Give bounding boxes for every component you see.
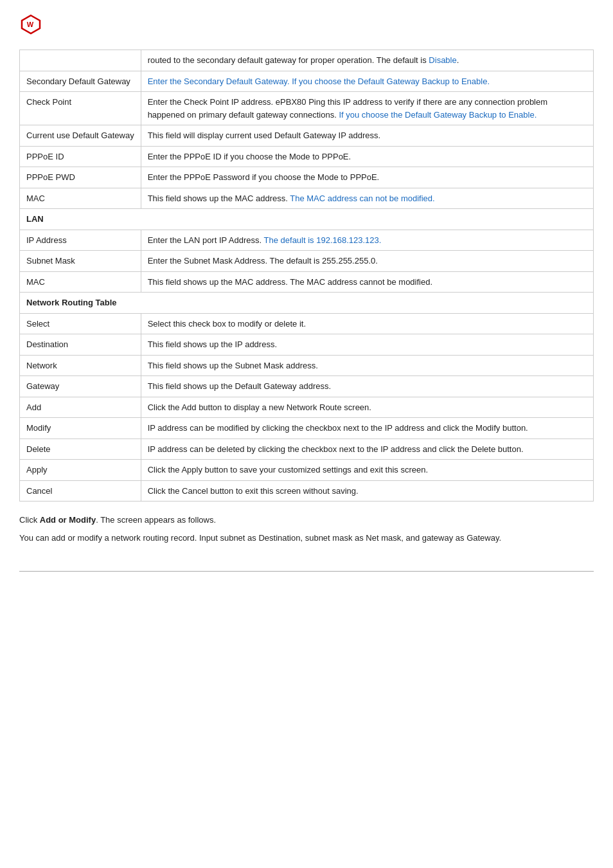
normal-text: Enter the PPPoE ID if you choose the Mod…	[148, 152, 351, 161]
normal-text: This field shows up the MAC address.	[148, 194, 290, 203]
table-row-content: Enter the PPPoE Password if you choose t…	[141, 167, 593, 188]
main-table: routed to the secondary default gateway …	[19, 50, 594, 502]
table-row-content: IP address can be modified by clicking t…	[141, 418, 593, 439]
table-row-content: Select this check box to modify or delet…	[141, 313, 593, 334]
table-row-content: Click the Add button to display a new Ne…	[141, 397, 593, 418]
normal-text: Select this check box to modify or delet…	[148, 319, 306, 329]
table-row-content: This field shows up the Subnet Mask addr…	[141, 355, 593, 376]
blue-text: Enter the Secondary Default Gateway. If …	[148, 77, 490, 86]
table-row-content: This field shows up the MAC address. The…	[141, 188, 593, 209]
blue-text: If you choose the Default Gateway Backup…	[339, 110, 537, 120]
normal-text: You can add or modify a network routing …	[19, 533, 501, 543]
blue-text: The default is 192.168.123.123.	[264, 235, 382, 245]
logo: W	[19, 13, 45, 36]
normal-text: Click the Cancel button to exit this scr…	[148, 486, 359, 496]
normal-text: This field shows up the Subnet Mask addr…	[148, 361, 318, 370]
logo-area: W	[19, 13, 594, 38]
bottom-paragraph: Click Add or Modify. The screen appears …	[19, 513, 594, 527]
table-row-content: Click the Cancel button to exit this scr…	[141, 480, 593, 502]
table-row-content: Enter the Check Point IP address. ePBX80…	[141, 92, 593, 125]
normal-text: Enter the Subnet Mask Address. The defau…	[148, 256, 378, 266]
table-row-content: This field shows up the Default Gateway …	[141, 376, 593, 397]
table-row-label: Add	[20, 397, 141, 418]
table-row-label: PPPoE PWD	[20, 167, 141, 188]
normal-text: Click the Add button to display a new Ne…	[148, 402, 371, 412]
normal-text: This field will display current used Def…	[148, 131, 380, 140]
table-row-content: Enter the Subnet Mask Address. The defau…	[141, 251, 593, 272]
bottom-divider	[19, 571, 594, 572]
table-row-label: Gateway	[20, 376, 141, 397]
table-row-label: IP Address	[20, 230, 141, 251]
normal-text: IP address can be modified by clicking t…	[148, 423, 528, 433]
bottom-paragraph: You can add or modify a network routing …	[19, 531, 594, 545]
normal-text: This field shows up the IP address.	[148, 339, 277, 349]
table-row-label: Cancel	[20, 480, 141, 502]
normal-text: The default is	[374, 55, 429, 65]
table-row-label: Check Point	[20, 92, 141, 125]
section-header-lan: LAN	[20, 209, 594, 230]
table-row-content: This field will display current used Def…	[141, 125, 593, 147]
normal-text: routed to the secondary default gateway …	[148, 55, 375, 65]
table-row-content: This field shows up the IP address.	[141, 334, 593, 356]
table-row-label: Select	[20, 313, 141, 334]
table-row-content: Enter the Secondary Default Gateway. If …	[141, 71, 593, 92]
bottom-text-area: Click Add or Modify. The screen appears …	[19, 513, 594, 545]
table-row-label: MAC	[20, 188, 141, 209]
normal-text: Enter the PPPoE Password if you choose t…	[148, 172, 380, 182]
table-row-label: Apply	[20, 460, 141, 481]
normal-text: Enter the LAN port IP Address.	[148, 235, 264, 245]
table-row-content: routed to the secondary default gateway …	[141, 50, 593, 71]
table-row-content: Enter the LAN port IP Address. The defau…	[141, 230, 593, 251]
table-row-content: Enter the PPPoE ID if you choose the Mod…	[141, 146, 593, 167]
section-header-network-routing-table: Network Routing Table	[20, 293, 594, 314]
normal-text: IP address can be deleted by clicking th…	[148, 444, 524, 454]
table-row-label: Secondary Default Gateway	[20, 71, 141, 92]
table-row-label	[20, 50, 141, 71]
table-row-label: Current use Default Gateway	[20, 125, 141, 147]
table-row-label: Subnet Mask	[20, 251, 141, 272]
normal-text: This field shows up the Default Gateway …	[148, 381, 331, 391]
table-row-label: Network	[20, 355, 141, 376]
table-row-label: PPPoE ID	[20, 146, 141, 167]
table-row-label: MAC	[20, 271, 141, 293]
table-row-label: Delete	[20, 439, 141, 460]
table-row-content: IP address can be deleted by clicking th…	[141, 439, 593, 460]
normal-text: This field shows up the MAC address. The…	[148, 277, 432, 287]
table-row-label: Destination	[20, 334, 141, 356]
table-row-content: This field shows up the MAC address. The…	[141, 271, 593, 293]
svg-text:W: W	[27, 21, 35, 28]
blue-text: The MAC address can not be modified.	[290, 194, 434, 203]
normal-text: Click	[19, 515, 40, 525]
normal-text: Click the Apply button to save your cust…	[148, 465, 428, 475]
blue-text: Disable	[429, 55, 456, 65]
table-row-content: Click the Apply button to save your cust…	[141, 460, 593, 481]
logo-icon: W	[19, 13, 42, 36]
bold-text: Add or Modify	[40, 515, 96, 525]
table-row-label: Modify	[20, 418, 141, 439]
normal-text: .	[457, 55, 459, 65]
normal-text: . The screen appears as follows.	[96, 515, 216, 525]
